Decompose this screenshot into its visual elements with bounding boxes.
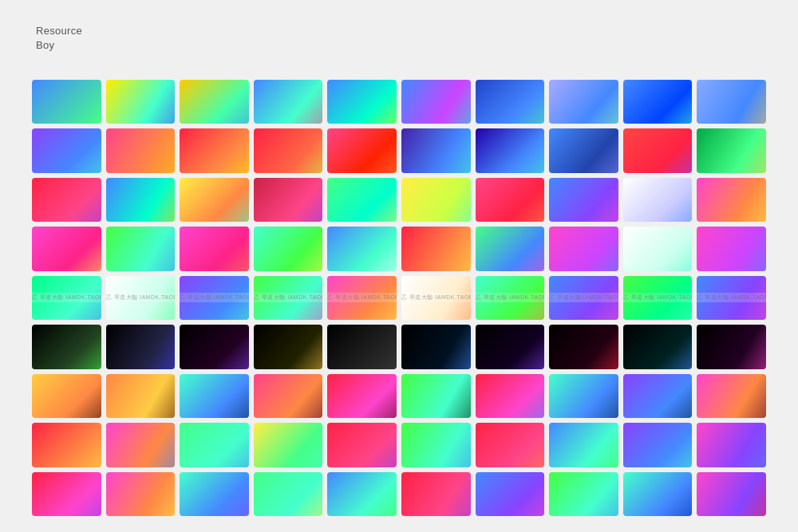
gradient-swatch[interactable] bbox=[106, 178, 176, 222]
gradient-swatch[interactable] bbox=[476, 227, 545, 270]
gradient-swatch[interactable] bbox=[476, 80, 545, 124]
logo-line1: Resource bbox=[36, 25, 82, 37]
gradient-swatch[interactable] bbox=[697, 80, 766, 124]
gradient-swatch[interactable]: 乙 早道大咖 IAMDK.TAOBAO.COM 乙 早道大咖 IAMDK.TAO… bbox=[476, 276, 545, 320]
gradient-swatch[interactable] bbox=[327, 325, 397, 368]
gradient-swatch[interactable] bbox=[254, 423, 323, 467]
gradient-swatch[interactable] bbox=[32, 178, 101, 222]
gradient-swatch[interactable] bbox=[180, 128, 249, 172]
gradient-swatch[interactable] bbox=[106, 80, 176, 124]
gradient-swatch[interactable] bbox=[106, 374, 176, 418]
gradient-swatch[interactable] bbox=[476, 178, 545, 222]
gradient-swatch[interactable] bbox=[32, 374, 101, 418]
gradient-swatch[interactable] bbox=[180, 472, 249, 516]
gradient-swatch[interactable] bbox=[327, 128, 397, 172]
gradient-swatch[interactable] bbox=[697, 423, 766, 467]
gradient-swatch[interactable] bbox=[623, 374, 693, 418]
gradient-swatch[interactable] bbox=[32, 325, 101, 368]
gradient-swatch[interactable] bbox=[401, 227, 471, 270]
gradient-swatch[interactable]: 乙 早道大咖 IAMDK.TAOBAO.COM 乙 早道大咖 IAMDK.TAO… bbox=[32, 276, 101, 320]
watermark: 乙 早道大咖 IAMDK.TAOBAO.COM 乙 早道大咖 IAMDK.TAO… bbox=[549, 293, 618, 302]
gradient-swatch[interactable] bbox=[549, 80, 618, 124]
gradient-swatch[interactable] bbox=[401, 374, 471, 418]
watermark: 乙 早道大咖 IAMDK.TAOBAO.COM 乙 早道大咖 IAMDK.TAO… bbox=[180, 293, 249, 302]
gradient-swatch[interactable] bbox=[254, 128, 323, 172]
gradient-swatch[interactable] bbox=[401, 423, 471, 467]
watermark: 乙 早道大咖 IAMDK.TAOBAO.COM 乙 早道大咖 IAMDK.TAO… bbox=[697, 293, 766, 302]
gradient-swatch[interactable] bbox=[180, 80, 249, 124]
gradient-swatch[interactable] bbox=[401, 178, 471, 222]
gradient-swatch[interactable] bbox=[697, 178, 766, 222]
gradient-swatch[interactable] bbox=[549, 472, 618, 516]
gradient-swatch[interactable] bbox=[180, 227, 249, 270]
gradient-swatch[interactable] bbox=[106, 325, 176, 368]
gradient-swatch[interactable] bbox=[401, 128, 471, 172]
gradient-swatch[interactable] bbox=[623, 128, 693, 172]
gradient-swatch[interactable] bbox=[254, 374, 323, 418]
gradient-swatch[interactable] bbox=[254, 227, 323, 270]
gradient-swatch[interactable]: 乙 早道大咖 IAMDK.TAOBAO.COM 乙 早道大咖 IAMDK.TAO… bbox=[180, 276, 249, 320]
gradient-swatch[interactable] bbox=[623, 178, 693, 222]
gradient-swatch[interactable] bbox=[623, 472, 693, 516]
gradient-swatch[interactable] bbox=[254, 472, 323, 516]
gradient-swatch[interactable] bbox=[32, 227, 101, 270]
gradient-swatch[interactable] bbox=[697, 472, 766, 516]
gradient-swatch[interactable] bbox=[549, 423, 618, 467]
gradient-swatch[interactable] bbox=[180, 325, 249, 368]
gradient-swatch[interactable]: 乙 早道大咖 IAMDK.TAOBAO.COM 乙 早道大咖 IAMDK.TAO… bbox=[549, 276, 618, 320]
watermark: 乙 早道大咖 IAMDK.TAOBAO.COM 乙 早道大咖 IAMDK.TAO… bbox=[623, 293, 693, 302]
gradient-swatch[interactable] bbox=[106, 128, 176, 172]
gradient-swatch[interactable] bbox=[476, 423, 545, 467]
gradient-swatch[interactable]: 乙 早道大咖 IAMDK.TAOBAO.COM 乙 早道大咖 IAMDK.TAO… bbox=[401, 276, 471, 320]
gradient-swatch[interactable] bbox=[106, 472, 176, 516]
gradient-swatch[interactable] bbox=[476, 472, 545, 516]
gradient-swatch[interactable] bbox=[254, 80, 323, 124]
gradient-swatch[interactable] bbox=[476, 374, 545, 418]
gradient-swatch[interactable] bbox=[180, 178, 249, 222]
gradient-swatch[interactable] bbox=[476, 128, 545, 172]
gradient-swatch[interactable] bbox=[106, 227, 176, 270]
gradient-swatch[interactable] bbox=[623, 227, 693, 270]
gradient-swatch[interactable] bbox=[549, 325, 618, 368]
gradient-swatch[interactable] bbox=[549, 227, 618, 270]
gradient-swatch[interactable] bbox=[476, 325, 545, 368]
logo-line2: Boy bbox=[36, 39, 54, 51]
gradient-swatch[interactable] bbox=[623, 325, 693, 368]
gradient-swatch[interactable] bbox=[623, 80, 693, 124]
gradient-swatch[interactable] bbox=[549, 128, 618, 172]
gradient-swatch[interactable]: 乙 早道大咖 IAMDK.TAOBAO.COM 乙 早道大咖 IAMDK.TAO… bbox=[697, 276, 766, 320]
watermark: 乙 早道大咖 IAMDK.TAOBAO.COM 乙 早道大咖 IAMDK.TAO… bbox=[401, 293, 471, 302]
swatch-grid: 乙 早道大咖 IAMDK.TAOBAO.COM 乙 早道大咖 IAMDK.TAO… bbox=[32, 80, 766, 516]
gradient-swatch[interactable] bbox=[549, 374, 618, 418]
gradient-swatch[interactable] bbox=[32, 128, 101, 172]
gradient-swatch[interactable] bbox=[401, 80, 471, 124]
gradient-swatch[interactable] bbox=[697, 128, 766, 172]
gradient-swatch[interactable] bbox=[180, 423, 249, 467]
watermark: 乙 早道大咖 IAMDK.TAOBAO.COM 乙 早道大咖 IAMDK.TAO… bbox=[254, 293, 323, 302]
gradient-swatch[interactable] bbox=[327, 80, 397, 124]
gradient-swatch[interactable] bbox=[32, 423, 101, 467]
gradient-swatch[interactable]: 乙 早道大咖 IAMDK.TAOBAO.COM 乙 早道大咖 IAMDK.TAO… bbox=[327, 276, 397, 320]
gradient-swatch[interactable] bbox=[254, 325, 323, 368]
gradient-swatch[interactable]: 乙 早道大咖 IAMDK.TAOBAO.COM 乙 早道大咖 IAMDK.TAO… bbox=[254, 276, 323, 320]
gradient-swatch[interactable] bbox=[549, 178, 618, 222]
gradient-swatch[interactable] bbox=[401, 325, 471, 368]
watermark: 乙 早道大咖 IAMDK.TAOBAO.COM 乙 早道大咖 IAMDK.TAO… bbox=[32, 293, 101, 302]
gradient-swatch[interactable] bbox=[401, 472, 471, 516]
gradient-swatch[interactable] bbox=[327, 178, 397, 222]
gradient-swatch[interactable]: 乙 早道大咖 IAMDK.TAOBAO.COM 乙 早道大咖 IAMDK.TAO… bbox=[106, 276, 176, 320]
gradient-swatch[interactable] bbox=[327, 423, 397, 467]
gradient-swatch[interactable] bbox=[32, 80, 101, 124]
gradient-swatch[interactable] bbox=[32, 472, 101, 516]
gradient-swatch[interactable] bbox=[180, 374, 249, 418]
gradient-swatch[interactable] bbox=[327, 374, 397, 418]
gradient-swatch[interactable]: 乙 早道大咖 IAMDK.TAOBAO.COM 乙 早道大咖 IAMDK.TAO… bbox=[623, 276, 693, 320]
gradient-swatch[interactable] bbox=[106, 423, 176, 467]
gradient-swatch[interactable] bbox=[697, 227, 766, 270]
gradient-swatch[interactable] bbox=[697, 325, 766, 368]
gradient-swatch[interactable] bbox=[327, 227, 397, 270]
gradient-swatch[interactable] bbox=[697, 374, 766, 418]
gradient-swatch[interactable] bbox=[254, 178, 323, 222]
gradient-swatch[interactable] bbox=[623, 423, 693, 467]
gradient-swatch[interactable] bbox=[327, 472, 397, 516]
